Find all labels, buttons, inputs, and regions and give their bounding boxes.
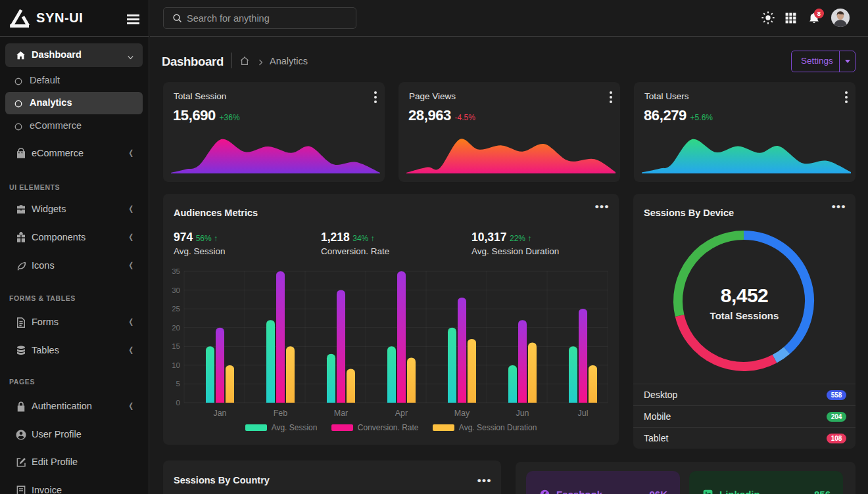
svg-text:5: 5 bbox=[176, 380, 180, 388]
svg-text:Apr: Apr bbox=[395, 409, 408, 418]
svg-text:Jun: Jun bbox=[516, 409, 529, 418]
svg-text:10: 10 bbox=[172, 361, 180, 369]
svg-text:May: May bbox=[454, 409, 470, 418]
svg-text:35: 35 bbox=[172, 267, 180, 275]
svg-text:0: 0 bbox=[176, 399, 180, 407]
svg-text:Mar: Mar bbox=[334, 409, 349, 418]
svg-text:Jul: Jul bbox=[578, 409, 589, 418]
svg-text:20: 20 bbox=[172, 324, 180, 332]
svg-text:30: 30 bbox=[172, 286, 180, 294]
svg-text:15: 15 bbox=[172, 342, 180, 350]
svg-text:Jan: Jan bbox=[213, 409, 226, 418]
svg-text:25: 25 bbox=[172, 305, 180, 313]
svg-text:Feb: Feb bbox=[274, 409, 288, 418]
